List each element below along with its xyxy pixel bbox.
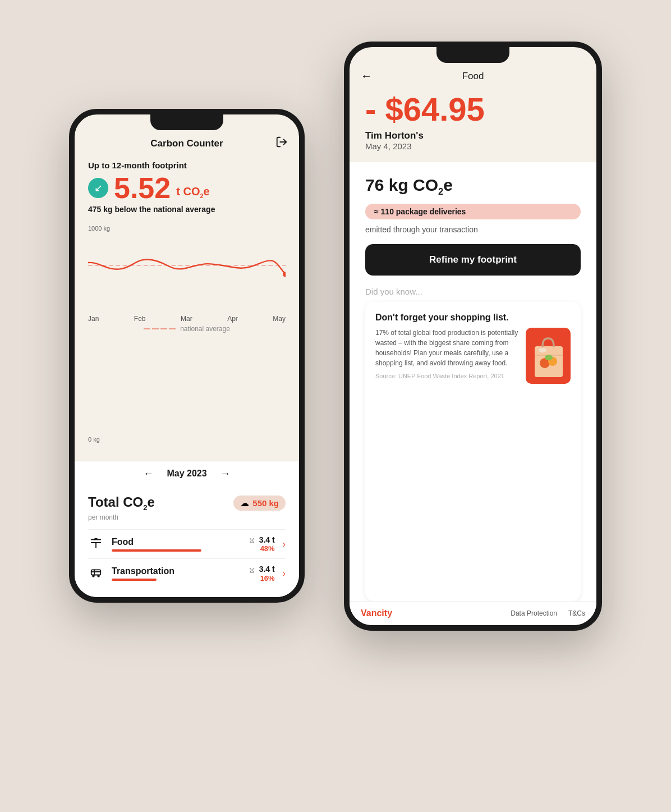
national-avg-legend: national average (88, 323, 286, 337)
back-button[interactable]: ← (361, 70, 372, 82)
food-icon (88, 536, 104, 552)
next-month-button[interactable]: → (220, 468, 231, 480)
logout-icon[interactable] (275, 136, 288, 151)
tip-card-body-row: 17% of total global food production is p… (375, 328, 571, 384)
tip-card-image (526, 328, 571, 384)
food-chevron-icon: › (283, 539, 286, 549)
right-phone: ← Food - $64.95 Tim Horton's May 4, 2023… (344, 42, 602, 631)
footprint-number: 5.52 (114, 173, 171, 203)
transport-icon (88, 566, 104, 581)
transport-value: 3.4 t 16% (248, 565, 275, 582)
right-page-title: Food (462, 71, 484, 82)
tip-card-source: Source: UNEP Food Waste Index Report, 20… (375, 368, 519, 379)
left-phone-content: Carbon Counter Up to 12-month footprint … (75, 130, 299, 597)
month-nav: ← May 2023 → (75, 461, 299, 487)
food-info: Food (112, 537, 240, 552)
total-title-block: Total CO2e (88, 496, 155, 511)
transport-percent: 16% (248, 574, 275, 582)
footprint-unit: t CO2e (176, 185, 209, 203)
total-badge: ☁ 550 kg (233, 496, 286, 511)
legend-dashes (144, 328, 176, 329)
cloud-icon: ☁ (240, 498, 249, 508)
chart-y-top-label: 1000 kg (88, 225, 286, 232)
svg-point-18 (539, 348, 546, 352)
footprint-section: Up to 12-month footprint ↙ 5.52 t CO2e 4… (75, 155, 299, 222)
right-header: ← Food (350, 63, 596, 88)
transaction-section: - $64.95 Tim Horton's May 4, 2023 (350, 88, 596, 162)
tip-card-text-block: 17% of total global food production is p… (375, 328, 519, 384)
transaction-date: May 4, 2023 (365, 141, 581, 151)
transaction-merchant: Tim Horton's (365, 130, 581, 141)
chart-area: 1000 kg 0 kg Jan Feb Mar (75, 222, 299, 461)
total-title: Total CO2e (88, 496, 155, 511)
app-title: Carbon Counter (150, 138, 223, 149)
food-bar (112, 549, 201, 552)
transport-bar (112, 579, 157, 581)
svg-point-17 (545, 355, 553, 360)
tip-card-top: Don't forget your shopping list. 17% of … (365, 302, 581, 601)
food-percent: 48% (248, 544, 275, 553)
food-kg: 3.4 t (248, 535, 275, 544)
refine-footprint-button[interactable]: Refine my footprint (365, 244, 581, 276)
total-section: Total CO2e ☁ 550 kg per month (75, 487, 299, 597)
right-phone-content: ← Food - $64.95 Tim Horton's May 4, 2023… (350, 63, 596, 625)
transport-chevron-icon: › (283, 568, 286, 579)
transaction-amount: - $64.95 (365, 93, 581, 126)
prev-month-button[interactable]: ← (143, 468, 153, 480)
footprint-sub: 475 kg below the national average (88, 205, 286, 214)
brand-logo: Vancity (361, 608, 392, 618)
transport-info: Transportation (112, 566, 240, 581)
emissions-desc: emitted through your transaction (365, 225, 581, 234)
current-month: May 2023 (167, 469, 206, 479)
tip-card: Don't forget your shopping list. 17% of … (365, 302, 581, 601)
legend-label: national average (180, 325, 230, 333)
bottom-links: Data Protection T&Cs (511, 609, 585, 617)
total-badge-value: 550 kg (252, 498, 279, 508)
emissions-value: 76 kg CO2e (365, 176, 581, 197)
transport-kg: 3.4 t (248, 565, 275, 574)
tip-card-body: 17% of total global food production is p… (375, 328, 519, 368)
terms-link[interactable]: T&Cs (568, 609, 585, 617)
chart-svg (88, 234, 286, 313)
total-header: Total CO2e ☁ 550 kg (88, 496, 286, 511)
down-arrow-icon: ↙ (88, 178, 108, 198)
svg-point-11 (98, 575, 99, 577)
emissions-section: 76 kg CO2e ≈ 110 package deliveries emit… (350, 162, 596, 601)
left-phone: Carbon Counter Up to 12-month footprint … (69, 109, 305, 603)
right-notch (436, 47, 509, 63)
footprint-label: Up to 12-month footprint (88, 160, 286, 170)
food-value: 3.4 t 48% (248, 535, 275, 553)
did-you-know-label: Did you know... (365, 287, 581, 296)
left-header: Carbon Counter (75, 130, 299, 155)
total-sub: per month (88, 513, 286, 521)
category-row-food[interactable]: Food 3.4 t 48% › (88, 529, 286, 558)
footprint-value-row: ↙ 5.52 t CO2e (88, 173, 286, 203)
food-name: Food (112, 537, 240, 547)
chart-x-labels: Jan Feb Mar Apr May (88, 313, 286, 323)
chart-y-bottom-label: 0 kg (88, 436, 100, 443)
transport-name: Transportation (112, 566, 240, 576)
data-protection-link[interactable]: Data Protection (511, 609, 557, 617)
bottom-nav: Vancity Data Protection T&Cs (350, 601, 596, 625)
svg-point-10 (93, 575, 94, 577)
equivalency-badge: ≈ 110 package deliveries (365, 204, 581, 219)
category-row-transport[interactable]: Transportation 3.4 t 16% › (88, 558, 286, 588)
left-notch (150, 114, 223, 130)
tip-card-title: Don't forget your shopping list. (375, 312, 571, 324)
